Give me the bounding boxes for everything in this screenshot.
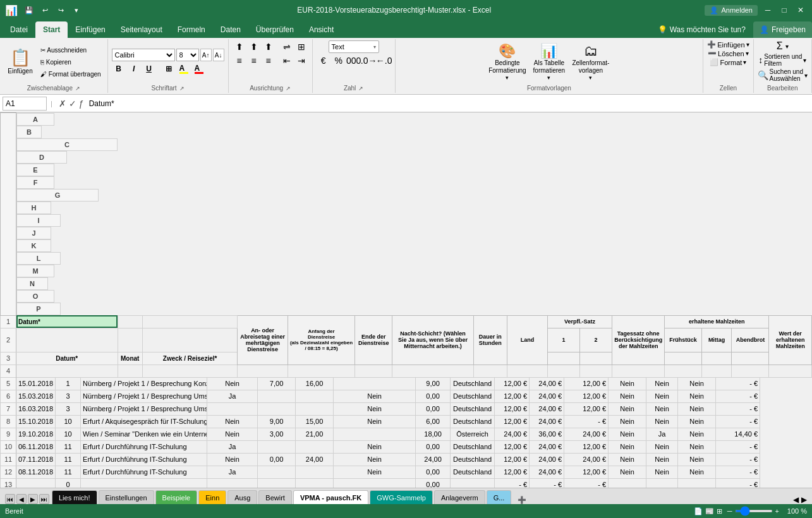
loeschen-arrow[interactable]: ▾ [746, 50, 749, 57]
kopieren-button[interactable]: ⎘ Kopieren [38, 56, 104, 68]
suchen-arrow[interactable]: ▾ [804, 72, 808, 79]
cell-c8[interactable]: Erfurt / Akquisegespräch für IT-Schulung [81, 415, 207, 428]
cell-j12[interactable]: 12,00 € [495, 466, 530, 478]
cell-i7[interactable]: Deutschland [451, 402, 495, 415]
align-right-button[interactable]: ≡ [262, 54, 276, 67]
col-header-e[interactable]: E [16, 164, 54, 176]
col-header-c[interactable]: C [16, 138, 118, 151]
cell-j3[interactable] [547, 352, 579, 364]
cell-p6[interactable]: - € [716, 390, 760, 402]
formula-confirm-icon[interactable]: ✓ [69, 99, 76, 109]
cell-a2[interactable] [16, 328, 118, 352]
align-top-right-button[interactable]: ⬆ [262, 40, 276, 53]
sheet-tab-gwg[interactable]: GWG-Sammelp [370, 490, 433, 504]
cell-c5[interactable]: Nürnberg / Projekt 1 / Besprechung Konze… [81, 377, 207, 390]
tab-formeln[interactable]: Formeln [170, 21, 213, 38]
align-top-center-button[interactable]: ⬆ [247, 40, 261, 53]
sortieren-arrow[interactable]: ▾ [803, 57, 806, 64]
currency-button[interactable]: € [317, 54, 330, 67]
cell-i4[interactable] [507, 364, 547, 377]
col-header-h[interactable]: H [16, 202, 51, 214]
cell-l13[interactable]: - € [564, 478, 609, 488]
cell-b9[interactable]: 10 [56, 428, 81, 440]
cell-b5[interactable]: 1 [56, 377, 81, 390]
fill-color-button[interactable]: A [177, 63, 191, 75]
cell-p12[interactable]: - € [716, 466, 760, 478]
cell-m4[interactable] [665, 364, 702, 377]
formula-insert-icon[interactable]: ƒ [79, 99, 84, 109]
cell-d6[interactable]: Ja [207, 390, 258, 402]
cell-k10[interactable]: 24,00 € [530, 440, 564, 453]
zoom-in-button[interactable]: + [775, 507, 779, 515]
qat-dropdown[interactable]: ▾ [70, 3, 83, 17]
cell-e11[interactable]: 0,00 [258, 453, 296, 466]
page-break-button[interactable]: ⊞ [717, 507, 722, 515]
cell-m5[interactable]: Nein [609, 377, 646, 390]
cell-n11[interactable]: Nein [646, 453, 678, 466]
cell-m2[interactable]: Frühstück [665, 328, 702, 352]
cell-i11[interactable]: Deutschland [451, 453, 495, 466]
cell-b3[interactable]: Monat [118, 352, 142, 364]
cell-c9[interactable]: Wien / Seminar "Denken wie ein Unternehm… [81, 428, 207, 440]
cell-k13[interactable]: - € [530, 478, 564, 488]
zahl-expand[interactable]: ↗ [358, 85, 363, 92]
cell-d8[interactable]: Nein [207, 415, 258, 428]
cell-d11[interactable]: Nein [207, 453, 258, 466]
cell-e5[interactable]: 7,00 [258, 377, 296, 390]
underline-button[interactable]: U [142, 63, 156, 75]
tab-ansicht[interactable]: Ansicht [301, 21, 341, 38]
cell-reference-box[interactable]: A1 [3, 97, 47, 111]
cell-h9[interactable]: 18,00 [416, 428, 451, 440]
indent-decrease-button[interactable]: ⇤ [280, 54, 294, 67]
col-header-m[interactable]: M [16, 265, 54, 277]
cell-k2[interactable]: 2 [580, 328, 612, 352]
row-num-3[interactable]: 3 [1, 352, 16, 364]
cell-l8[interactable]: - € [564, 415, 609, 428]
cell-a11[interactable]: 07.11.2018 [16, 453, 56, 466]
cell-m12[interactable]: Nein [609, 466, 646, 478]
cell-o4[interactable] [732, 364, 769, 377]
cell-n10[interactable]: Nein [646, 440, 678, 453]
bedingte-formatierung-button[interactable]: 🎨 BedingteFormatierung ▾ [488, 42, 527, 82]
tab-start[interactable]: Start [35, 21, 68, 38]
cell-i12[interactable]: Deutschland [451, 466, 495, 478]
col-header-b[interactable]: B [16, 126, 42, 138]
tab-help[interactable]: 💡 Was möchten Sie tun? [650, 21, 753, 38]
cell-h13[interactable]: 0,00 [416, 478, 451, 488]
formula-cancel-icon[interactable]: ✗ [59, 99, 66, 109]
sheet-tab-einn[interactable]: Einn [198, 490, 226, 504]
schriftart-expand[interactable]: ↗ [179, 85, 185, 92]
cell-j6[interactable]: 12,00 € [495, 390, 530, 402]
cell-k7[interactable]: 24,00 € [530, 402, 564, 415]
sheet-tab-g[interactable]: G... [487, 490, 512, 504]
row-num-11[interactable]: 11 [1, 453, 16, 466]
cell-h6[interactable]: 0,00 [416, 390, 451, 402]
cell-j7[interactable]: 12,00 € [495, 402, 530, 415]
cell-n5[interactable]: Nein [646, 377, 678, 390]
cell-b6[interactable]: 3 [56, 390, 81, 402]
row-num-6[interactable]: 6 [1, 390, 16, 402]
cell-c7[interactable]: Nürnberg / Projekt 1 / Besprechung Umset… [81, 402, 207, 415]
cell-c10[interactable]: Erfurt / Durchführung IT-Schulung [81, 440, 207, 453]
cell-m1-mahlzeiten[interactable]: erhaltene Mahlzeiten [665, 315, 769, 328]
border-button[interactable]: ⊞ [162, 63, 176, 75]
cell-o10[interactable]: Nein [678, 440, 716, 453]
ausschneiden-button[interactable]: ✂ Ausschneiden [38, 44, 104, 56]
cell-k9[interactable]: 36,00 € [530, 428, 564, 440]
sheet-tab-liesmich[interactable]: Lies mich! [52, 490, 97, 504]
cell-h11[interactable]: 24,00 [416, 453, 451, 466]
cell-h5[interactable]: 9,00 [416, 377, 451, 390]
cell-k11[interactable]: 24,00 € [530, 453, 564, 466]
align-left-button[interactable]: ≡ [233, 54, 246, 67]
row-num-7[interactable]: 7 [1, 402, 16, 415]
cell-i13[interactable] [451, 478, 495, 488]
col-header-d[interactable]: D [16, 151, 67, 164]
cell-e1[interactable]: Anfang derDienstreise(als Dezimalzahl ei… [288, 315, 354, 364]
cell-g8[interactable]: Nein [334, 415, 416, 428]
tab-nav-first[interactable]: ⏮ [5, 494, 15, 504]
cell-d12[interactable]: Ja [207, 466, 258, 478]
percent-button[interactable]: % [332, 54, 346, 67]
cell-o11[interactable]: Nein [678, 453, 716, 466]
cell-j4[interactable] [547, 364, 579, 377]
cell-g11[interactable]: Nein [334, 453, 416, 466]
